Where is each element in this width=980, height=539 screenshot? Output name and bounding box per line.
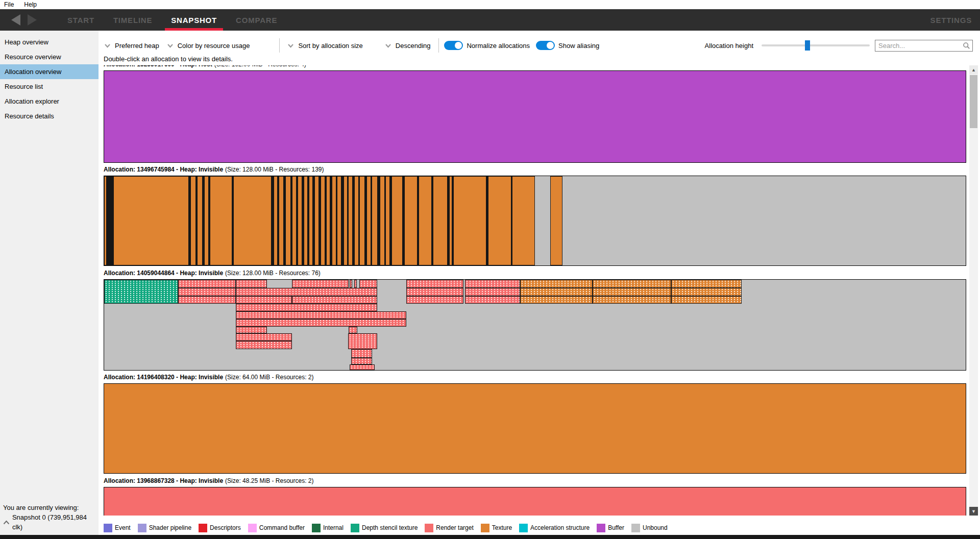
menu-help[interactable]: Help xyxy=(24,1,37,8)
search-box xyxy=(875,40,973,52)
legend-swatch xyxy=(351,524,359,532)
resource-legend: Event Shader pipeline Descriptors Comman… xyxy=(104,521,668,535)
legend-swatch xyxy=(138,524,146,532)
legend-item: Texture xyxy=(481,524,512,532)
legend-item: Render target xyxy=(425,524,473,532)
toggle-knob xyxy=(547,42,554,49)
legend-swatch xyxy=(631,524,640,532)
nav-tabs: START TIMELINE SNAPSHOT COMPARE xyxy=(67,9,277,31)
search-icon xyxy=(963,42,970,50)
allocation-viewport: Allocation: 13253017600 - Heap: Host(Siz… xyxy=(104,65,966,516)
allocation-bar[interactable] xyxy=(104,383,966,474)
show-aliasing-toggle[interactable] xyxy=(536,41,555,50)
nav-bar: START TIMELINE SNAPSHOT COMPARE SETTINGS xyxy=(0,9,980,31)
legend-item: Descriptors xyxy=(199,524,241,532)
back-arrow-icon[interactable] xyxy=(11,14,20,26)
search-input[interactable] xyxy=(875,40,973,52)
legend-item: Unbound xyxy=(631,524,668,532)
tab-start[interactable]: START xyxy=(67,9,94,31)
legend-swatch xyxy=(519,524,528,532)
allocation-height-label: Allocation height xyxy=(705,42,753,50)
legend-swatch xyxy=(248,524,257,532)
sort-direction-dropdown[interactable]: Descending xyxy=(384,42,431,50)
allocation-bar[interactable] xyxy=(104,487,966,516)
allocation-header: Allocation: 14196408320 - Heap: Invisibl… xyxy=(104,374,966,382)
status-snapshot-label[interactable]: Snapshot 0 (739,951,984 clk) xyxy=(12,512,99,532)
allocation-height-slider[interactable] xyxy=(762,44,870,46)
allocation-group: Allocation: 13968867328 - Heap: Invisibl… xyxy=(104,477,966,485)
tab-snapshot[interactable]: SNAPSHOT xyxy=(171,9,217,31)
sidebar-item-allocation-explorer[interactable]: Allocation explorer xyxy=(0,94,99,109)
toolbar: Preferred heap Color by resource usage S… xyxy=(104,38,973,53)
forward-arrow-icon[interactable] xyxy=(28,14,37,26)
scroll-up-icon[interactable]: ▲ xyxy=(969,65,978,74)
sidebar-item-resource-details[interactable]: Resource details xyxy=(0,109,99,124)
nav-history-arrows xyxy=(11,14,52,26)
sidebar-item-heap-overview[interactable]: Heap overview xyxy=(0,35,99,50)
allocation-bar[interactable] xyxy=(104,70,966,163)
sort-mode-dropdown[interactable]: Sort by allocation size xyxy=(287,42,362,50)
scroll-down-icon[interactable]: ▼ xyxy=(969,507,978,516)
snapshot-status: You are currently viewing: Snapshot 0 (7… xyxy=(0,503,99,532)
allocation-group: Allocation: 13496745984 - Heap: Invisibl… xyxy=(104,166,966,174)
legend-swatch xyxy=(104,524,112,532)
hint-text: Double-click an allocation to view its d… xyxy=(104,55,233,63)
legend-item: Command buffer xyxy=(248,524,305,532)
legend-swatch xyxy=(312,524,321,532)
sidebar-item-resource-overview[interactable]: Resource overview xyxy=(0,50,99,64)
main-pane: Preferred heap Color by resource usage S… xyxy=(99,31,980,535)
menu-file[interactable]: File xyxy=(4,1,14,8)
legend-item: Internal xyxy=(312,524,344,532)
allocation-bar[interactable] xyxy=(104,176,966,266)
show-aliasing-toggle-group: Show aliasing xyxy=(536,41,599,50)
legend-item: Acceleration structure xyxy=(519,524,590,532)
chevron-down-icon xyxy=(287,42,295,50)
toolbar-separator xyxy=(438,38,439,53)
chevron-down-icon xyxy=(104,42,111,50)
tab-settings[interactable]: SETTINGS xyxy=(930,16,972,24)
toolbar-separator xyxy=(279,38,280,53)
allocation-header: Allocation: 14059044864 - Heap: Invisibl… xyxy=(104,270,966,278)
legend-item: Buffer xyxy=(597,524,624,532)
toggle-knob xyxy=(455,42,462,49)
allocation-group: Allocation: 13253017600 - Heap: Host(Siz… xyxy=(104,65,966,69)
scrollbar-thumb[interactable] xyxy=(970,75,977,128)
legend-item: Shader pipeline xyxy=(138,524,191,532)
allocation-header: Allocation: 13496745984 - Heap: Invisibl… xyxy=(104,166,966,174)
status-line1: You are currently viewing: xyxy=(3,503,99,512)
legend-swatch xyxy=(199,524,207,532)
tab-timeline[interactable]: TIMELINE xyxy=(113,9,152,31)
sidebar: Heap overview Resource overview Allocati… xyxy=(0,31,99,535)
allocation-group: Allocation: 14059044864 - Heap: Invisibl… xyxy=(104,270,966,278)
chevron-down-icon xyxy=(166,42,174,50)
vertical-scrollbar[interactable]: ▲ ▼ xyxy=(969,65,978,516)
allocation-header: Allocation: 13968867328 - Heap: Invisibl… xyxy=(104,477,966,485)
legend-item: Depth stencil texture xyxy=(351,524,418,532)
legend-swatch xyxy=(481,524,489,532)
legend-swatch xyxy=(597,524,605,532)
chevron-up-icon[interactable] xyxy=(3,520,10,525)
normalize-allocations-toggle-group: Normalize allocations xyxy=(444,41,530,50)
preferred-heap-dropdown[interactable]: Preferred heap xyxy=(104,42,159,50)
allocation-group: Allocation: 14196408320 - Heap: Invisibl… xyxy=(104,374,966,382)
sidebar-item-allocation-overview[interactable]: Allocation overview xyxy=(0,64,99,79)
chevron-down-icon xyxy=(384,42,392,50)
legend-swatch xyxy=(425,524,433,532)
allocation-bar[interactable] xyxy=(104,279,966,371)
allocation-header: Allocation: 13253017600 - Heap: Host(Siz… xyxy=(104,65,966,69)
allocation-height-slider-handle[interactable] xyxy=(805,40,810,51)
sidebar-item-resource-list[interactable]: Resource list xyxy=(0,79,99,94)
menu-bar: File Help xyxy=(0,0,980,9)
color-mode-dropdown[interactable]: Color by resource usage xyxy=(166,42,250,50)
bottom-strip xyxy=(0,535,980,539)
tab-compare[interactable]: COMPARE xyxy=(236,9,277,31)
legend-item: Event xyxy=(104,524,131,532)
normalize-allocations-toggle[interactable] xyxy=(444,41,463,50)
